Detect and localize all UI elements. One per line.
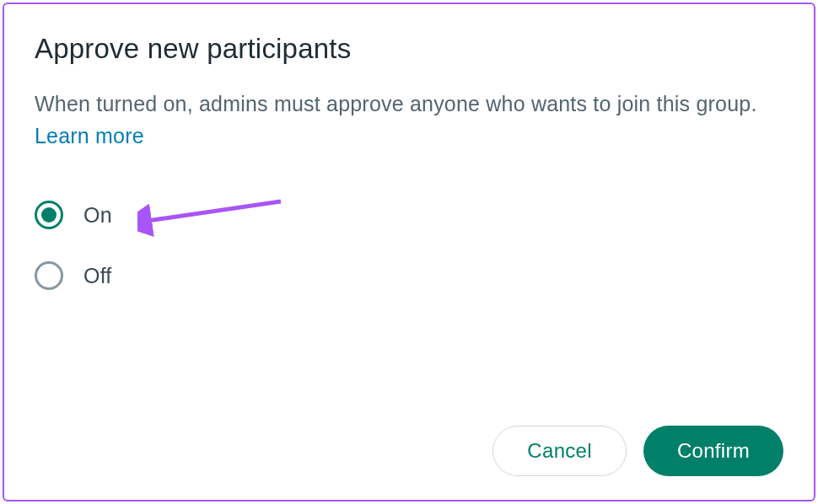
dialog-title: Approve new participants xyxy=(35,33,783,65)
radio-button-unselected-icon xyxy=(35,261,63,290)
approve-participants-dialog: Approve new participants When turned on,… xyxy=(3,3,815,501)
radio-label-off: Off xyxy=(83,264,112,288)
radio-label-on: On xyxy=(83,203,112,228)
radio-option-on[interactable]: On xyxy=(35,201,783,229)
confirm-button[interactable]: Confirm xyxy=(643,426,783,476)
cancel-button[interactable]: Cancel xyxy=(492,426,627,476)
dialog-footer: Cancel Confirm xyxy=(35,392,783,476)
annotation-arrow-icon xyxy=(137,197,289,243)
radio-group: On Off xyxy=(35,201,783,290)
svg-line-1 xyxy=(148,201,281,221)
radio-option-off[interactable]: Off xyxy=(35,261,783,290)
dialog-description: When turned on, admins must approve anyo… xyxy=(35,88,783,152)
learn-more-link[interactable]: Learn more xyxy=(35,124,144,147)
description-text: When turned on, admins must approve anyo… xyxy=(35,92,757,115)
radio-button-selected-icon xyxy=(35,201,63,229)
